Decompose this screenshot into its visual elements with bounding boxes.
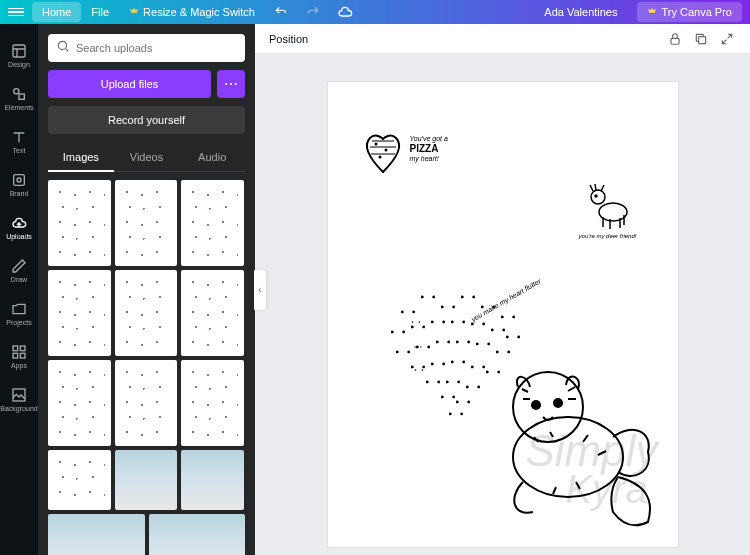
upload-thumb[interactable]: [115, 360, 178, 446]
upload-thumb[interactable]: [181, 270, 244, 356]
undo-button[interactable]: [271, 2, 291, 22]
home-tab[interactable]: Home: [32, 2, 81, 22]
rail-draw[interactable]: Draw: [0, 249, 38, 292]
rail-design[interactable]: Design: [0, 34, 38, 77]
rail-label: Uploads: [6, 233, 32, 240]
rail-elements[interactable]: Elements: [0, 77, 38, 120]
rail-background[interactable]: Background: [0, 378, 38, 421]
expand-icon[interactable]: [718, 30, 736, 48]
elements-icon: [11, 86, 27, 102]
duplicate-page-icon[interactable]: [692, 30, 710, 48]
text-icon: [11, 129, 27, 145]
upload-thumb[interactable]: [115, 180, 178, 266]
upload-thumb[interactable]: [48, 514, 145, 555]
top-bar: Home File Resize & Magic Switch Ada Vale…: [0, 0, 750, 24]
svg-point-21: [513, 372, 583, 442]
canvas-viewport[interactable]: You've got a PIZZA my heart! you're my d…: [255, 54, 750, 555]
crown-icon: [647, 6, 657, 18]
svg-point-1: [14, 89, 19, 94]
rail-label: Brand: [10, 190, 29, 197]
resize-label: Resize & Magic Switch: [143, 6, 255, 18]
uploads-panel: Upload files ⋯ Record yourself Images Vi…: [38, 24, 255, 555]
page[interactable]: You've got a PIZZA my heart! you're my d…: [328, 82, 678, 547]
artwork-pizza-heart[interactable]: You've got a PIZZA my heart!: [358, 127, 458, 187]
resize-magic-switch-button[interactable]: Resize & Magic Switch: [119, 2, 265, 22]
background-icon: [11, 387, 27, 403]
search-uploads[interactable]: [48, 34, 245, 62]
side-rail: Design Elements Text Brand Uploads Draw …: [0, 24, 38, 555]
artwork-deer[interactable]: you're my deer friend!: [568, 177, 648, 239]
upload-more-button[interactable]: ⋯: [217, 70, 245, 98]
svg-point-20: [513, 417, 623, 497]
search-input[interactable]: [76, 42, 237, 54]
rail-label: Apps: [11, 362, 27, 369]
lock-icon[interactable]: [666, 30, 684, 48]
upload-thumb[interactable]: [181, 360, 244, 446]
uploads-icon: [11, 215, 27, 231]
tab-images[interactable]: Images: [48, 142, 114, 171]
rail-label: Projects: [6, 319, 31, 326]
pro-label: Try Canva Pro: [661, 6, 732, 18]
file-menu[interactable]: File: [81, 2, 119, 22]
upload-thumb[interactable]: [48, 360, 111, 446]
record-yourself-button[interactable]: Record yourself: [48, 106, 245, 134]
position-button[interactable]: Position: [269, 33, 308, 45]
svg-rect-5: [13, 346, 18, 351]
rail-brand[interactable]: Brand: [0, 163, 38, 206]
rail-label: Elements: [4, 104, 33, 111]
svg-point-22: [532, 401, 540, 409]
uploads-grid[interactable]: [48, 180, 245, 555]
svg-point-4: [17, 178, 21, 182]
try-canva-pro-button[interactable]: Try Canva Pro: [637, 2, 742, 22]
design-icon: [11, 43, 27, 59]
rail-label: Design: [8, 61, 30, 68]
upload-thumb[interactable]: [181, 450, 244, 510]
svg-point-23: [554, 399, 562, 407]
svg-point-17: [591, 190, 605, 204]
projects-icon: [11, 301, 27, 317]
upload-thumb[interactable]: [48, 450, 111, 510]
svg-rect-8: [20, 353, 25, 358]
canvas-toolbar: Position: [255, 24, 750, 54]
upload-thumb[interactable]: [115, 450, 178, 510]
upload-thumb[interactable]: [181, 180, 244, 266]
draw-icon: [11, 258, 27, 274]
apps-icon: [11, 344, 27, 360]
rail-label: Draw: [11, 276, 27, 283]
menu-button[interactable]: [8, 4, 24, 20]
rail-text[interactable]: Text: [0, 120, 38, 163]
artwork-tiger[interactable]: [458, 337, 668, 537]
rail-label: Text: [13, 147, 26, 154]
upload-thumb[interactable]: [48, 180, 111, 266]
svg-rect-7: [13, 353, 18, 358]
svg-rect-12: [699, 36, 706, 43]
upload-files-button[interactable]: Upload files: [48, 70, 211, 98]
rail-uploads[interactable]: Uploads: [0, 206, 38, 249]
svg-rect-6: [20, 346, 25, 351]
tab-videos[interactable]: Videos: [114, 142, 180, 171]
svg-rect-2: [19, 94, 24, 99]
rail-apps[interactable]: Apps: [0, 335, 38, 378]
search-icon: [56, 39, 70, 57]
tab-audio[interactable]: Audio: [179, 142, 245, 171]
svg-point-14: [384, 149, 387, 152]
svg-rect-11: [671, 38, 679, 44]
document-title[interactable]: Ada Valentines: [534, 2, 627, 22]
canvas-area: Position ‹ You've got a PIZZA my heart!: [255, 24, 750, 555]
upload-thumb[interactable]: [115, 270, 178, 356]
svg-point-18: [595, 195, 597, 197]
svg-point-15: [378, 156, 381, 159]
rail-projects[interactable]: Projects: [0, 292, 38, 335]
cloud-sync-icon[interactable]: [335, 2, 355, 22]
redo-button[interactable]: [303, 2, 323, 22]
artwork-text: you're my deer friend!: [568, 233, 648, 239]
brand-icon: [11, 172, 27, 188]
upload-tabs: Images Videos Audio: [48, 142, 245, 172]
upload-thumb[interactable]: [149, 514, 246, 555]
rail-label: Background: [0, 405, 37, 412]
svg-point-13: [374, 143, 377, 146]
artwork-text: You've got a PIZZA my heart!: [410, 135, 448, 164]
svg-point-10: [58, 41, 66, 49]
svg-text:you make my heart flutter: you make my heart flutter: [469, 277, 543, 324]
upload-thumb[interactable]: [48, 270, 111, 356]
